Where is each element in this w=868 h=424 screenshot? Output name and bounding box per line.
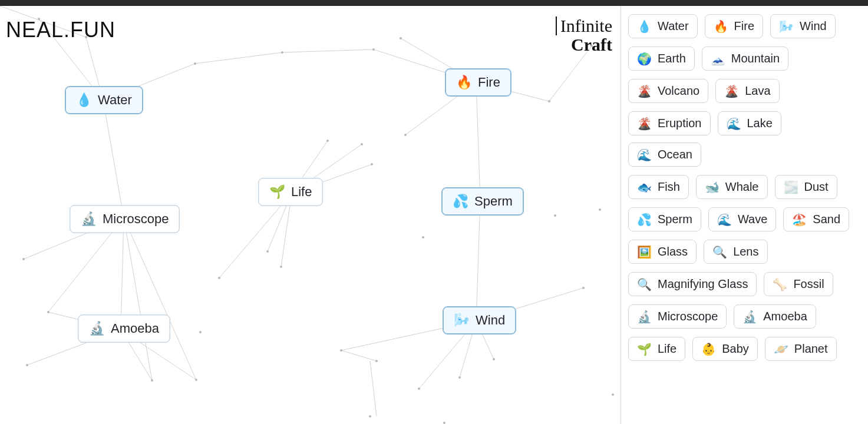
sidebar-item-lens[interactable]: 🔍Lens [704,240,767,264]
life-icon: 🌱 [637,343,652,355]
sidebar-row: 🌋Eruption🌊Lake🌊Ocean [628,111,861,167]
sidebar-row: 🐟Fish🐋Whale🌫️Dust [628,175,861,199]
sidebar-item-label: Amoeba [763,310,807,323]
volcano-icon: 🌋 [637,85,652,97]
sidebar-item-volcano[interactable]: 🌋Volcano [628,79,708,103]
sidebar-item-baby[interactable]: 👶Baby [692,337,758,361]
svg-line-26 [476,200,480,321]
life-icon: 🌱 [269,186,285,198]
sidebar-row: 💦Sperm🌊Wave🏖️Sand [628,207,861,231]
sidebar-item-label: Wind [800,19,827,33]
sidebar-row: 🌍Earth🗻Mountain [628,47,861,71]
canvas-item-label: Water [98,92,132,108]
sidebar-item-wind[interactable]: 🌬️Wind [770,14,836,38]
sidebar-item-water[interactable]: 💧Water [628,14,698,38]
brand-logo-left[interactable]: NEAL.FUN [6,18,115,42]
canvas-item-label: Life [291,184,312,200]
sidebar-item-label: Fish [658,180,680,194]
canvas-item-life[interactable]: 🌱Life [258,178,323,206]
svg-point-52 [199,331,202,333]
sidebar-item-magnifying-glass[interactable]: 🔍Magnifying Glass [628,272,757,296]
svg-point-48 [422,236,424,238]
sidebar-row: 🔍Magnifying Glass🦴Fossil [628,272,861,296]
sidebar-item-ocean[interactable]: 🌊Ocean [628,143,701,167]
sidebar-item-mountain[interactable]: 🗻Mountain [702,47,788,71]
svg-point-66 [47,311,49,313]
svg-point-64 [599,208,601,211]
svg-point-41 [400,37,402,39]
magnifying-glass-icon: 🔍 [637,279,652,290]
sidebar-item-wave[interactable]: 🌊Wave [708,207,776,231]
svg-point-40 [372,48,375,51]
sidebar-item-glass[interactable]: 🖼️Glass [628,240,697,264]
elements-sidebar[interactable]: 💧Water🔥Fire🌬️Wind🌍Earth🗻Mountain🌋Volcano… [621,6,868,424]
canvas-item-water[interactable]: 💧Water [65,86,143,114]
fire-icon: 🔥 [714,21,728,32]
wave-icon: 🌊 [717,214,732,226]
canvas-item-microscope[interactable]: 🔬Microscope [70,205,180,233]
sidebar-item-amoeba[interactable]: 🔬Amoeba [734,304,816,329]
svg-point-57 [369,415,371,418]
glass-icon: 🖼️ [637,246,652,258]
eruption-icon: 🌋 [637,118,652,130]
svg-point-60 [443,422,445,424]
amoeba-icon: 🔬 [742,311,757,323]
sidebar-item-label: Magnifying Glass [658,277,748,291]
planet-icon: 🪐 [774,343,788,355]
microscope-icon: 🔬 [81,213,97,226]
brand-logo-right: Infinite Craft [556,16,612,54]
svg-line-9 [476,82,480,200]
sidebar-item-label: Earth [658,52,686,65]
sidebar-item-sperm[interactable]: 💦Sperm [628,207,701,231]
sidebar-item-planet[interactable]: 🪐Planet [765,337,837,361]
sidebar-item-eruption[interactable]: 🌋Eruption [628,111,711,135]
sidebar-row: 🖼️Glass🔍Lens [628,240,861,264]
fire-icon: 🔥 [456,76,472,89]
canvas-item-sperm[interactable]: 💦Sperm [441,187,524,216]
sidebar-item-label: Planet [794,342,828,356]
sidebar-item-label: Lava [745,84,770,98]
canvas-item-wind[interactable]: 🌬️Wind [443,306,516,334]
svg-line-33 [370,361,377,416]
water-icon: 💧 [76,94,92,107]
sidebar-item-microscope[interactable]: 🔬Microscope [628,304,727,329]
canvas-item-fire[interactable]: 🔥Fire [445,68,511,97]
svg-point-56 [375,360,378,362]
svg-point-65 [22,258,25,260]
sidebar-item-lake[interactable]: 🌊Lake [718,111,781,135]
sidebar-item-sand[interactable]: 🏖️Sand [783,207,849,231]
svg-point-43 [548,100,550,102]
sidebar-item-fish[interactable]: 🐟Fish [628,175,689,199]
dust-icon: 🌫️ [784,181,798,193]
ocean-icon: 🌊 [637,149,652,161]
microscope-icon: 🔬 [637,311,652,323]
svg-point-61 [493,358,495,360]
craft-canvas[interactable]: NEAL.FUN Infinite Craft 💧Water🔥Fire🌱Life… [0,6,621,424]
svg-point-59 [458,376,461,379]
svg-point-38 [194,62,196,65]
lens-icon: 🔍 [712,246,727,258]
whale-icon: 🐋 [705,181,720,193]
sidebar-item-dust[interactable]: 🌫️Dust [775,175,837,199]
svg-point-51 [218,277,220,279]
sidebar-item-label: Dust [804,180,829,194]
svg-point-46 [404,134,407,136]
canvas-item-amoeba[interactable]: 🔬Amoeba [78,314,170,343]
sidebar-item-fire[interactable]: 🔥Fire [705,14,763,38]
wind-icon: 🌬️ [779,21,794,32]
svg-point-68 [612,393,614,396]
sidebar-item-lava[interactable]: 🌋Lava [715,79,779,103]
sidebar-item-label: Lake [747,117,773,130]
svg-point-47 [371,163,373,165]
sidebar-item-label: Microscope [658,310,718,323]
sidebar-item-earth[interactable]: 🌍Earth [628,47,695,71]
svg-line-17 [103,100,124,218]
fossil-icon: 🦴 [773,279,787,290]
sidebar-item-life[interactable]: 🌱Life [628,337,685,361]
brand-logo-right-line1: Infinite [556,16,612,35]
canvas-item-label: Sperm [474,194,513,209]
sidebar-item-fossil[interactable]: 🦴Fossil [764,272,833,296]
sidebar-row: 🌱Life👶Baby🪐Planet [628,337,861,361]
sidebar-item-label: Sperm [658,213,692,226]
sidebar-item-whale[interactable]: 🐋Whale [696,175,768,199]
